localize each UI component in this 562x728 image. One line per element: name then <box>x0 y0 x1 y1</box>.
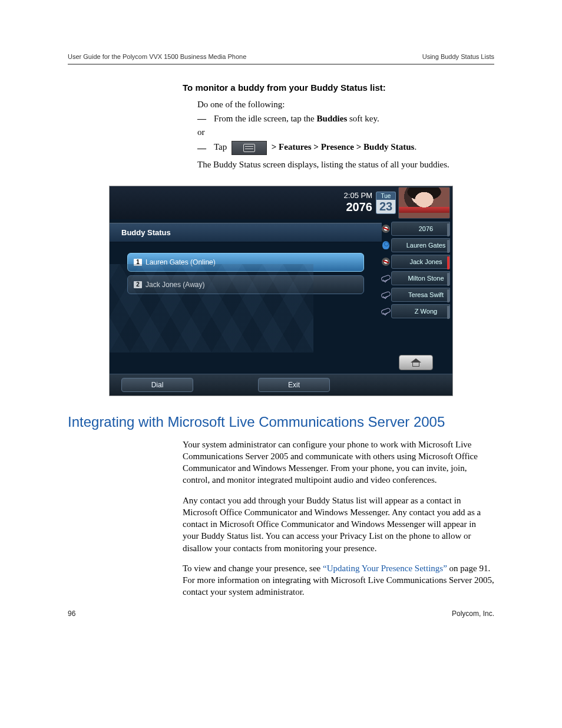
page-footer: 96 Polycom, Inc. <box>68 610 494 618</box>
running-header: User Guide for the Polycom VVX 1500 Busi… <box>68 53 494 65</box>
procedure-block: To monitor a buddy from your Buddy Statu… <box>183 83 494 171</box>
time-extension: 2:05 PM 2076 <box>344 191 372 215</box>
line-indicator <box>447 306 449 319</box>
line-indicator <box>447 289 449 302</box>
row-label: Jack Jones (Away) <box>146 281 204 289</box>
cross-reference-link[interactable]: “Updating Your Presence Settings” <box>323 564 447 573</box>
line-key-label: 2076 <box>419 225 433 232</box>
line-key-label: Z Wong <box>415 308 437 315</box>
presence-phone-icon <box>381 290 391 299</box>
line-key[interactable]: Z Wong <box>391 304 450 318</box>
bullet2-path: > Features > Presence > Buddy Status <box>272 143 415 152</box>
presence-phone-icon <box>381 274 391 283</box>
line-indicator <box>447 223 449 236</box>
bullet1-post: soft key. <box>347 114 379 123</box>
presence-phone-icon <box>381 307 391 316</box>
menu-icon <box>232 141 267 155</box>
bullet1-pre: From the idle screen, tap the <box>214 114 317 123</box>
row-label: Lauren Gates (Online) <box>146 258 216 266</box>
softkey-bar: Dial Exit <box>110 374 452 396</box>
buddy-status-screenshot: 2:05 PM 2076 Tue 23 Buddy Status 1 Laure… <box>109 186 453 396</box>
calendar-date: 23 <box>376 200 396 214</box>
presence-dnd-icon <box>381 257 391 266</box>
procedure-bullet-1: — From the idle screen, tap the Buddies … <box>197 114 494 124</box>
home-icon <box>411 358 421 367</box>
line-key[interactable]: Jack Jones <box>391 255 450 269</box>
line-key[interactable]: Milton Stone <box>391 271 450 285</box>
line-key-label: Lauren Gates <box>406 242 446 249</box>
panel-title: Buddy Status <box>110 223 382 242</box>
section-heading: Integrating with Microsoft Live Communic… <box>68 414 494 430</box>
video-self-view <box>398 187 450 219</box>
p3-pre: To view and change your presence, see <box>183 564 323 573</box>
procedure-bullet-2: — Tap > Features > Presence > Buddy Stat… <box>197 141 494 155</box>
presence-online-icon <box>381 241 391 250</box>
header-left: User Guide for the Polycom VVX 1500 Busi… <box>68 53 246 60</box>
line-key[interactable]: Lauren Gates <box>391 238 450 252</box>
softkey-dial[interactable]: Dial <box>121 378 193 392</box>
line-key-label: Jack Jones <box>409 258 442 265</box>
presence-dnd-icon <box>381 224 391 233</box>
extension-number: 2076 <box>344 200 372 214</box>
line-key-label: Teresa Swift <box>408 291 444 298</box>
row-index: 1 <box>134 259 142 266</box>
bullet2-pre: Tap <box>214 143 229 152</box>
calendar-badge: Tue 23 <box>376 192 396 214</box>
line-indicator <box>447 256 449 269</box>
line-keys-panel: 2076 Lauren Gates Jack Jones Milton Ston… <box>382 219 452 374</box>
dash-icon: — <box>197 114 207 124</box>
bullet1-bold: Buddies <box>317 114 348 123</box>
body-paragraph: Any contact you add through your Buddy S… <box>183 495 494 554</box>
procedure-title: To monitor a buddy from your Buddy Statu… <box>183 83 494 93</box>
bullet2-end: . <box>414 143 416 152</box>
line-key[interactable]: Teresa Swift <box>391 288 450 302</box>
row-index: 2 <box>134 281 142 288</box>
page-number: 96 <box>68 610 75 618</box>
line-key-label: Milton Stone <box>408 275 444 282</box>
calendar-day: Tue <box>376 192 396 200</box>
document-page: User Guide for the Polycom VVX 1500 Busi… <box>0 0 562 648</box>
procedure-intro: Do one of the following: <box>197 98 494 110</box>
buddy-row-selected[interactable]: 1 Lauren Gates (Online) <box>127 253 364 272</box>
screen-body: Buddy Status 1 Lauren Gates (Online) 2 J… <box>110 219 452 374</box>
softkey-exit[interactable]: Exit <box>258 378 330 392</box>
status-bar: 2:05 PM 2076 Tue 23 <box>110 186 452 219</box>
header-right: Using Buddy Status Lists <box>422 53 494 60</box>
home-button[interactable] <box>399 355 433 370</box>
main-panel: Buddy Status 1 Lauren Gates (Online) 2 J… <box>110 219 382 374</box>
line-key[interactable]: 2076 <box>391 222 450 236</box>
procedure-result: The Buddy Status screen displays, listin… <box>197 159 494 170</box>
dash-icon: — <box>197 143 207 153</box>
or-separator: or <box>197 127 494 137</box>
body-paragraph: To view and change your presence, see “U… <box>183 562 494 598</box>
line-indicator <box>447 240 449 253</box>
company-name: Polycom, Inc. <box>452 610 494 618</box>
clock-time: 2:05 PM <box>344 191 372 200</box>
body-paragraph: Your system administrator can configure … <box>183 439 494 486</box>
line-indicator <box>447 273 449 286</box>
buddy-row[interactable]: 2 Jack Jones (Away) <box>127 275 364 294</box>
